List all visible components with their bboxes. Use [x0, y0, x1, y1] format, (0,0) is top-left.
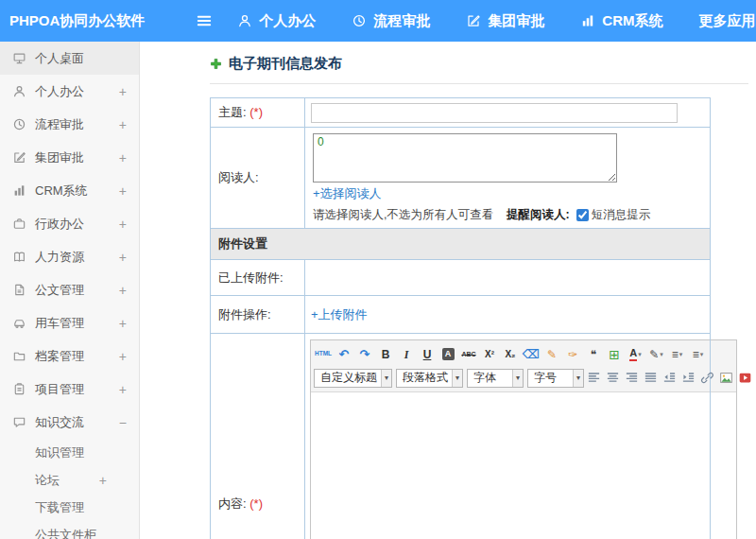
dropdown-label: 字号 [528, 370, 560, 386]
expand-toggle-icon[interactable]: + [119, 349, 127, 364]
sidebar-item-admin-office[interactable]: 行政办公 + [0, 207, 139, 240]
quote-button[interactable]: ❝ [584, 344, 604, 364]
format-painter-icon: ✎ [547, 349, 557, 360]
edit-icon [466, 13, 481, 28]
sidebar-item-label: 公文管理 [35, 282, 84, 299]
sms-notify-label: 短消息提示 [592, 207, 651, 223]
sidebar-item-crm-system[interactable]: CRM系统 + [0, 174, 139, 207]
sms-notify-checkbox[interactable] [576, 209, 589, 221]
nav-label: 集团审批 [488, 12, 544, 30]
expand-toggle-icon[interactable]: + [119, 183, 127, 199]
pen-color-icon: ✎ [649, 349, 659, 360]
unordered-list-button[interactable]: ≡▾ [688, 344, 708, 364]
dropdown-label: 自定义标题 [315, 370, 381, 386]
sidebar-item-group-approval[interactable]: 集团审批 + [0, 141, 139, 174]
attachment-section-row: 附件设置 [211, 229, 711, 260]
dropdown-label: 字体 [468, 370, 500, 386]
sidebar-item-personal-office[interactable]: 个人办公 + [0, 75, 139, 108]
subscript-button[interactable]: X₂ [501, 344, 521, 364]
sidebar-item-project-management[interactable]: 项目管理 + [0, 373, 139, 406]
ordered-list-button[interactable]: ≡▾ [667, 344, 687, 364]
readers-textarea[interactable]: 0 [313, 133, 617, 183]
align-justify-button[interactable] [643, 368, 659, 388]
sidebar-item-document-management[interactable]: 公文管理 + [0, 273, 139, 306]
sidebar-item-human-resources[interactable]: 人力资源 + [0, 240, 139, 273]
attachment-operation-row: 附件操作: +上传附件 [211, 296, 711, 334]
expand-toggle-icon[interactable]: + [99, 473, 107, 488]
underline-button[interactable]: U [418, 344, 438, 364]
align-left-button[interactable] [586, 368, 602, 388]
sidebar-subitem-label: 下载管理 [35, 499, 84, 516]
strikethrough-button[interactable]: ABC [459, 344, 479, 364]
nav-crm-system[interactable]: CRM系统 [580, 12, 662, 30]
pen-color-button[interactable]: ✎▾ [646, 344, 666, 364]
editor-format-buttons [586, 368, 753, 388]
plus-icon [210, 58, 222, 70]
sidebar-item-personal-desktop[interactable]: 个人桌面 [0, 42, 139, 75]
nav-workflow-approval[interactable]: 流程审批 [352, 12, 430, 30]
expand-toggle-icon[interactable]: + [119, 382, 127, 397]
main-content: 电子期刊信息发布 主题: (*) 阅读人: [140, 42, 756, 539]
sidebar-item-vehicle-management[interactable]: 用车管理 + [0, 306, 139, 339]
topbar: PHPOA协同办公软件 个人办公 流程审批 集团审批 CRM系统 更多应用 [0, 0, 756, 42]
select-readers-link[interactable]: +选择阅读人 [313, 186, 382, 200]
subject-input[interactable] [311, 103, 678, 123]
editor-content-area[interactable] [311, 392, 736, 539]
link-button[interactable] [699, 368, 715, 388]
eraser-button[interactable]: ⌫ [522, 344, 541, 364]
briefcase-icon [12, 217, 26, 231]
page-header: 电子期刊信息发布 [210, 55, 748, 84]
nav-more-apps[interactable]: 更多应用 [699, 12, 756, 30]
sidebar-subitem-forum[interactable]: 论坛 + [0, 466, 139, 494]
redo-button[interactable]: ↷ [355, 344, 375, 364]
expand-toggle-icon[interactable]: + [119, 117, 127, 132]
undo-button[interactable]: ↶ [335, 344, 354, 364]
align-right-button[interactable] [624, 368, 640, 388]
sidebar-subitem-download-management[interactable]: 下载管理 [0, 494, 139, 521]
sidebar-subitem-label: 公共文件柜 [35, 527, 96, 539]
fill-color-button[interactable]: ✑ [563, 344, 583, 364]
indent-icon [681, 371, 696, 385]
outdent-button[interactable] [662, 368, 678, 388]
table-button[interactable]: ⊞ [605, 344, 625, 364]
nav-group-approval[interactable]: 集团审批 [466, 12, 544, 30]
sidebar-item-knowledge-exchange[interactable]: 知识交流 − [0, 406, 139, 439]
format-painter-button[interactable]: ✎ [542, 344, 562, 364]
menu-button[interactable] [196, 12, 213, 29]
highlight-button[interactable]: A [438, 344, 458, 364]
expand-toggle-icon[interactable]: + [119, 217, 127, 232]
sidebar-subitem-label: 论坛 [35, 472, 60, 489]
heading-dropdown[interactable]: 自定义标题 ▾ [314, 369, 392, 388]
font-color-button[interactable]: A▾ [626, 344, 645, 364]
expand-toggle-icon[interactable]: − [119, 415, 127, 430]
clock-icon [12, 117, 26, 131]
media-button[interactable] [737, 368, 753, 388]
nav-personal-office[interactable]: 个人办公 [237, 12, 316, 30]
paragraph-format-dropdown[interactable]: 段落格式 ▾ [396, 369, 463, 388]
source-button[interactable]: HTML [314, 344, 334, 364]
font-size-dropdown[interactable]: 字号 ▾ [527, 369, 584, 388]
sidebar-item-archive-management[interactable]: 档案管理 + [0, 339, 139, 373]
align-center-button[interactable] [605, 368, 621, 388]
sidebar-item-label: 个人办公 [35, 83, 84, 100]
sidebar-subitem-knowledge-management[interactable]: 知识管理 [0, 439, 139, 466]
app-window: PHPOA协同办公软件 个人办公 流程审批 集团审批 CRM系统 更多应用 [0, 0, 756, 539]
sidebar-subitem-public-file-cabinet[interactable]: 公共文件柜 [0, 521, 139, 539]
sidebar-item-workflow-approval[interactable]: 流程审批 + [0, 108, 139, 141]
bold-button[interactable]: B [376, 344, 396, 364]
indent-button[interactable] [680, 368, 696, 388]
table-icon: ⊞ [609, 348, 620, 361]
superscript-button[interactable]: X² [480, 344, 500, 364]
expand-toggle-icon[interactable]: + [119, 150, 127, 165]
upload-attachment-link[interactable]: +上传附件 [311, 307, 368, 322]
align-right-icon [625, 371, 639, 385]
font-family-dropdown[interactable]: 字体 ▾ [467, 369, 524, 388]
expand-toggle-icon[interactable]: + [119, 316, 127, 331]
sidebar-item-label: 集团审批 [35, 149, 84, 166]
expand-toggle-icon[interactable]: + [119, 250, 127, 265]
image-button[interactable] [718, 368, 734, 388]
italic-button[interactable]: I [397, 344, 417, 364]
expand-toggle-icon[interactable]: + [119, 283, 127, 298]
expand-toggle-icon[interactable]: + [119, 84, 127, 99]
sidebar-submenu: 知识管理 论坛 + 下载管理 公共文件柜 [0, 439, 139, 539]
